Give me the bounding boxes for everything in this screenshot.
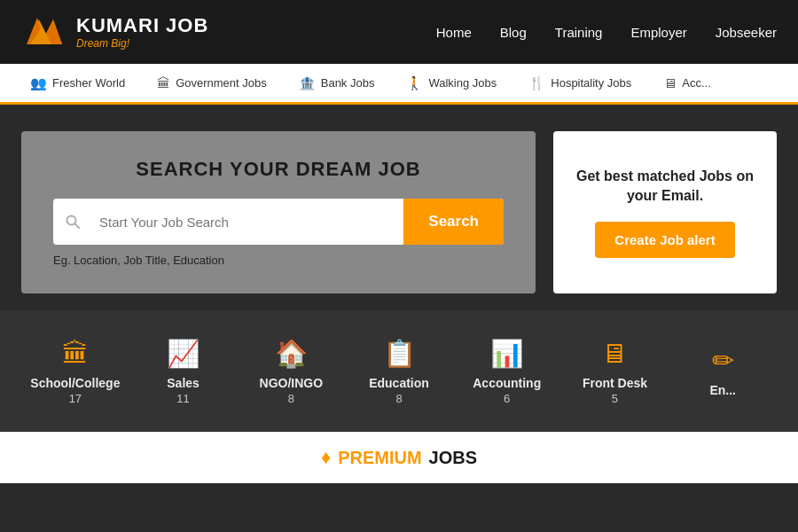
cat-ngo-count: 8 — [288, 392, 294, 405]
subnav-hospitality-label: Hospitality Jobs — [551, 76, 631, 90]
create-alert-button[interactable]: Create Job alert — [595, 222, 734, 258]
cat-accounting-count: 6 — [504, 392, 510, 405]
education-icon: 📋 — [383, 338, 416, 369]
alert-card: Get best matched Jobs on your Email. Cre… — [553, 131, 777, 293]
premium-label-dark: JOBS — [429, 448, 477, 468]
subnav-bank[interactable]: 🏦 Bank Jobs — [283, 64, 391, 102]
ngo-icon: 🏠 — [275, 338, 308, 369]
logo-icon — [21, 9, 67, 55]
cat-sales-label: Sales — [167, 376, 200, 390]
subnav-accounting-label: Acc... — [682, 76, 711, 90]
nav-training[interactable]: Training — [555, 25, 603, 40]
cat-sales[interactable]: 📈 Sales 11 — [129, 329, 238, 414]
main-content: SEARCH YOUR DREAM JOB Search Eg. Locatio… — [0, 105, 798, 311]
alert-text: Get best matched Jobs on your Email. — [571, 167, 759, 207]
nav-jobseeker[interactable]: Jobseeker — [716, 25, 777, 40]
logo-area: KUMARI JOB Dream Big! — [21, 9, 208, 55]
subnav-walking[interactable]: 🚶 Walking Jobs — [390, 64, 512, 102]
nav-home[interactable]: Home — [436, 25, 472, 40]
search-icon — [53, 215, 92, 229]
search-card: SEARCH YOUR DREAM JOB Search Eg. Locatio… — [21, 131, 536, 293]
school-icon: 🏛 — [62, 339, 89, 369]
cat-frontdesk-count: 5 — [612, 392, 618, 405]
logo-subtitle: Dream Big! — [76, 37, 208, 50]
fresher-icon: 👥 — [30, 75, 47, 91]
cat-frontdesk-label: Front Desk — [583, 376, 647, 390]
cat-accounting[interactable]: 📊 Accounting 6 — [453, 329, 561, 414]
subnav-accounting[interactable]: 🖥 Acc... — [647, 64, 727, 102]
cat-engineering[interactable]: ✏ En... — [669, 336, 777, 408]
logo-text: KUMARI JOB Dream Big! — [76, 14, 208, 50]
premium-section: ♦ PREMIUM JOBS — [0, 432, 798, 483]
search-button[interactable]: Search — [403, 199, 504, 245]
cat-ngo[interactable]: 🏠 NGO/INGO 8 — [237, 329, 345, 414]
cat-ngo-label: NGO/INGO — [260, 376, 324, 390]
subnav-government[interactable]: 🏛 Government Jobs — [141, 64, 283, 102]
subnav-fresher[interactable]: 👥 Fresher World — [14, 64, 141, 102]
accounting-cat-icon: 📊 — [490, 338, 523, 369]
premium-diamond-icon: ♦ — [321, 446, 331, 469]
cat-frontdesk[interactable]: 🖥 Front Desk 5 — [561, 330, 669, 414]
svg-line-5 — [75, 224, 80, 229]
cat-education[interactable]: 📋 Education 8 — [345, 329, 453, 414]
subnav-bank-label: Bank Jobs — [321, 76, 375, 90]
premium-label-orange: PREMIUM — [338, 448, 421, 468]
accounting-icon: 🖥 — [663, 75, 677, 90]
cat-engineering-label: En... — [709, 383, 736, 397]
bank-icon: 🏦 — [299, 75, 316, 91]
search-bar: Search — [53, 199, 504, 245]
search-title: SEARCH YOUR DREAM JOB — [53, 158, 504, 181]
cat-education-count: 8 — [395, 392, 402, 405]
engineering-icon: ✏ — [712, 345, 734, 376]
subnav-walking-label: Walking Jobs — [428, 76, 497, 90]
main-nav: Home Blog Training Employer Jobseeker — [436, 25, 777, 40]
walking-icon: 🚶 — [406, 75, 423, 91]
subnav-hospitality[interactable]: 🍴 Hospitality Jobs — [512, 64, 647, 102]
government-icon: 🏛 — [157, 75, 170, 90]
hospitality-icon: 🍴 — [528, 75, 545, 91]
frontdesk-icon: 🖥 — [601, 339, 628, 369]
nav-blog[interactable]: Blog — [500, 25, 527, 40]
subnav-government-label: Government Jobs — [176, 76, 267, 90]
cat-school[interactable]: 🏛 School/College 17 — [21, 330, 129, 414]
cat-accounting-label: Accounting — [473, 376, 541, 390]
category-row: 🏛 School/College 17 📈 Sales 11 🏠 NGO/ING… — [0, 311, 798, 432]
cat-sales-count: 11 — [176, 392, 189, 405]
cat-education-label: Education — [369, 376, 429, 390]
subnav-fresher-label: Fresher World — [52, 76, 125, 90]
sales-icon: 📈 — [167, 338, 200, 369]
sub-nav: 👥 Fresher World 🏛 Government Jobs 🏦 Bank… — [0, 64, 798, 105]
cat-school-count: 17 — [69, 392, 82, 405]
logo-title: KUMARI JOB — [76, 14, 208, 37]
cat-school-label: School/College — [30, 376, 120, 390]
header: KUMARI JOB Dream Big! Home Blog Training… — [0, 0, 798, 64]
search-input[interactable] — [92, 199, 403, 245]
search-hint: Eg. Location, Job Title, Education — [53, 254, 504, 267]
nav-employer[interactable]: Employer — [630, 25, 686, 40]
